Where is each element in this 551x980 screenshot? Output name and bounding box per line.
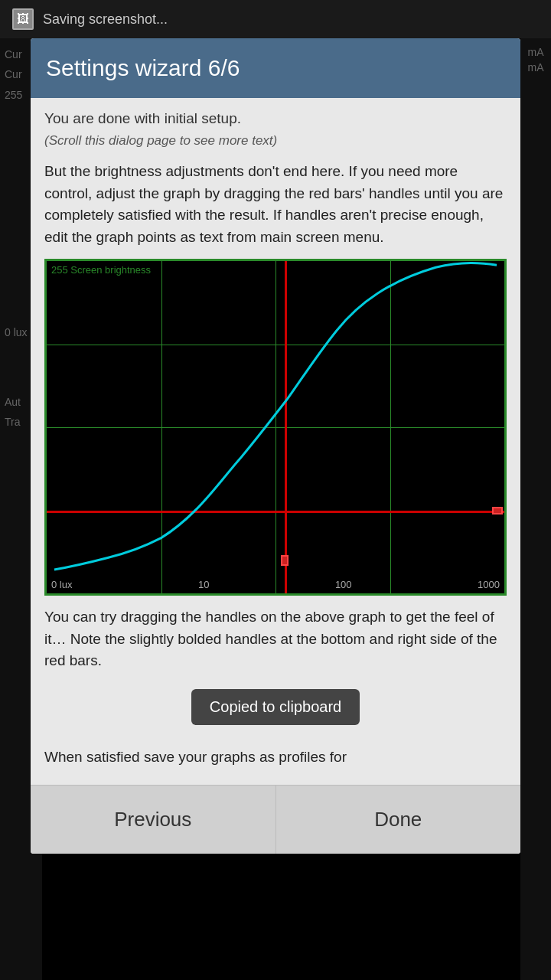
dialog-body[interactable]: You are done with initial setup. (Scroll… [31, 98, 520, 785]
dialog-scroll-hint: (Scroll this dialog page to see more tex… [44, 133, 507, 149]
graph-x-labels: 0 lux 10 100 1000 [51, 579, 500, 590]
graph-xlabel-1000: 1000 [478, 579, 500, 590]
clipboard-toast: Copied to clipboard [191, 689, 360, 725]
dialog-header: Settings wizard 6/6 [31, 38, 520, 98]
brightness-graph[interactable]: 255 Screen brightness 0 lux [44, 259, 507, 596]
previous-button[interactable]: Previous [31, 786, 276, 854]
dialog-title: Settings wizard 6/6 [46, 55, 240, 80]
clipboard-toast-wrapper: Copied to clipboard [44, 683, 507, 736]
status-bar-text: Saving screenshot... [43, 11, 168, 28]
dialog-body-text1: But the brightness adjustments don't end… [44, 161, 507, 248]
graph-xlabel-10: 10 [198, 579, 209, 590]
dialog-intro-text: You are done with initial setup. [44, 110, 507, 127]
status-bar: 🖼 Saving screenshot... [0, 0, 551, 38]
graph-xlabel-100: 100 [335, 579, 352, 590]
graph-xlabel-0: 0 lux [51, 579, 72, 590]
dialog-body-text2: You can try dragging the handles on the … [44, 606, 507, 672]
settings-wizard-dialog: Settings wizard 6/6 You are done with in… [31, 38, 520, 854]
done-button[interactable]: Done [276, 786, 521, 854]
dialog-body-text3: When satisfied save your graphs as profi… [44, 746, 507, 769]
brightness-curve-svg [47, 261, 504, 593]
screenshot-icon: 🖼 [12, 8, 34, 30]
dialog-footer: Previous Done [31, 785, 520, 854]
